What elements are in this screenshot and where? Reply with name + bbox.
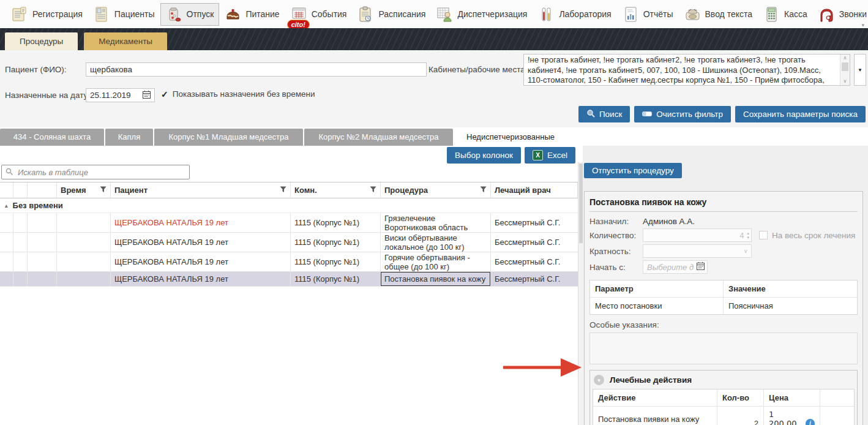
procedures-table-region: Выбор колонок X Excel Время Пациент Комн… — [0, 146, 578, 425]
dispense-icon — [166, 6, 182, 23]
toolbar-item-dispense[interactable]: Отпуск — [160, 3, 220, 26]
doctor-cell[interactable]: Бессмертный С.Г. — [491, 233, 578, 252]
row-select-cell[interactable] — [13, 252, 28, 272]
scroll-thumb[interactable] — [842, 62, 848, 71]
room-cell[interactable]: 1115 (Корпус №1) — [291, 252, 381, 272]
section-tab-undispatched[interactable]: Недиспетчеризованные — [454, 129, 567, 146]
table-search-input[interactable] — [17, 167, 185, 178]
row-icon-cell[interactable] — [28, 213, 57, 233]
column-header-doctor[interactable]: Лечащий врач — [491, 182, 578, 198]
toolbar-item-schedules[interactable]: Расписания — [352, 3, 431, 26]
table-vertical-scrollbar[interactable] — [578, 162, 583, 425]
toolbar-item-nutrition[interactable]: Питание — [219, 3, 285, 26]
toolbar-item-laboratory[interactable]: Лаборатория — [533, 3, 616, 26]
filter-funnel-icon[interactable] — [100, 186, 107, 195]
column-header-procedure[interactable]: Процедура — [381, 182, 491, 198]
section-tab-korpus2[interactable]: Корпус №2 Младшая медсестра — [304, 129, 453, 146]
patient-input[interactable] — [86, 62, 427, 77]
excel-export-button[interactable]: X Excel — [525, 147, 575, 164]
toolbar-item-dispatching[interactable]: Диспетчеризация — [431, 3, 533, 26]
patient-cell[interactable]: ЩЕРБАКОВА НАТАЛЬЯ 19 лет — [111, 252, 291, 272]
filter-funnel-icon[interactable] — [480, 186, 487, 195]
column-header-patient[interactable]: Пациент — [111, 182, 291, 198]
cabinets-dropdown-button[interactable]: ▼ — [854, 54, 866, 86]
row-icon-cell[interactable] — [28, 252, 57, 272]
patient-cell[interactable]: ЩЕРБАКОВА НАТАЛЬЯ 19 лет — [111, 213, 291, 233]
toolbar-item-reports[interactable]: Отчёты — [617, 3, 679, 26]
procedure-cell[interactable]: Виски обёртывание локальное (до 100 кг) — [381, 233, 491, 252]
cabinets-textarea[interactable]: !не трогать кабинет, !не трогать кабинет… — [523, 54, 850, 86]
time-cell[interactable] — [57, 272, 111, 287]
time-cell[interactable] — [57, 252, 111, 272]
row-select-cell[interactable] — [13, 233, 28, 252]
toolbar-overflow-caret[interactable]: ▾ — [861, 22, 864, 28]
scroll-up-icon[interactable]: ∧ — [840, 55, 850, 62]
patients-icon — [94, 6, 110, 23]
row-icon-cell[interactable] — [28, 233, 57, 252]
procedure-cell-focused[interactable]: Постановка пиявок на кожу — [381, 272, 491, 287]
calendar-icon[interactable] — [143, 91, 151, 100]
frequency-select[interactable]: ˅ — [643, 244, 752, 258]
section-tab-korpus1[interactable]: Корпус №1 Младшая медсестра — [154, 129, 303, 146]
section-tab-salt-mine[interactable]: 434 - Соляная шахта — [0, 129, 104, 146]
calls-icon — [818, 6, 835, 23]
excel-button-label: Excel — [547, 151, 567, 160]
info-icon[interactable]: i — [806, 419, 815, 425]
assigned-by-label: Назначил: — [589, 217, 643, 226]
filter-funnel-icon[interactable] — [370, 186, 376, 195]
toolbar-item-events[interactable]: События cito! — [285, 3, 353, 26]
row-select-cell[interactable] — [0, 213, 13, 233]
tab-medicaments[interactable]: Медикаменты — [84, 32, 167, 50]
row-icon-cell[interactable] — [28, 272, 57, 287]
doctor-cell[interactable]: Бессмертный С.Г. — [491, 252, 578, 272]
full-term-checkbox[interactable]: На весь срок лечения — [759, 231, 855, 240]
row-select-cell[interactable] — [0, 252, 13, 272]
stepper-arrows-icon[interactable]: ▴▾ — [747, 231, 749, 239]
patient-cell[interactable]: ЩЕРБАКОВА НАТАЛЬЯ 19 лет — [111, 233, 291, 252]
procedure-cell[interactable]: Грязелечение Воротниковая область — [381, 213, 491, 233]
room-cell[interactable]: 1115 (Корпус №1) — [291, 213, 381, 233]
scroll-down-icon[interactable]: ∨ — [840, 78, 850, 85]
collapse-triangle-icon[interactable]: ▴ — [5, 203, 8, 209]
save-search-params-button[interactable]: Сохранить параметры поиска — [735, 106, 866, 122]
clear-filter-button[interactable]: Очистить фильтр — [634, 106, 731, 122]
room-cell[interactable]: 1115 (Корпус №1) — [291, 233, 381, 252]
special-instructions-textarea[interactable] — [589, 333, 858, 364]
show-no-time-checkbox[interactable]: ✓ Показывать назначения без времени — [161, 89, 315, 99]
toolbar-item-registration[interactable]: Регистрация — [6, 3, 88, 26]
toolbar-item-calls[interactable]: Звонки — [813, 3, 868, 26]
quantity-stepper[interactable]: 4 ▴▾ — [643, 228, 752, 242]
row-select-cell[interactable] — [13, 213, 28, 233]
tab-procedures[interactable]: Процедуры — [5, 32, 78, 50]
patient-cell[interactable]: ЩЕРБАКОВА НАТАЛЬЯ 19 лет — [111, 272, 291, 287]
choose-columns-button[interactable]: Выбор колонок — [447, 147, 521, 164]
row-select-cell[interactable] — [13, 272, 28, 287]
doctor-cell[interactable]: Бессмертный С.Г. — [491, 213, 578, 233]
search-button[interactable]: Поиск — [578, 106, 630, 122]
parameters-table: Параметр Значение Место постановки Поясн… — [589, 280, 858, 315]
toolbar-item-cashdesk[interactable]: Касса — [758, 3, 813, 26]
doctor-cell[interactable]: Бессмертный С.Г. — [491, 272, 578, 287]
column-header-time[interactable]: Время — [57, 182, 111, 198]
row-select-cell[interactable] — [0, 272, 13, 287]
procedure-cell[interactable]: Горячие обертывания - общее (до 100 кг) — [381, 252, 491, 272]
time-cell[interactable] — [57, 233, 111, 252]
toolbar-item-text-entry[interactable]: Ввод текста — [679, 3, 758, 26]
calendar-icon[interactable] — [697, 262, 705, 272]
section-tab-kaplya[interactable]: Капля — [105, 129, 153, 146]
toolbar-item-patients[interactable]: Пациенты — [88, 3, 160, 26]
collapse-circle-icon[interactable]: ▾ — [594, 375, 604, 385]
start-date-input[interactable]: Выберите д — [643, 260, 708, 274]
start-date-label: Начать с: — [589, 263, 643, 272]
group-row-no-time[interactable]: ▴ Без времени — [0, 198, 578, 213]
time-cell[interactable] — [57, 213, 111, 233]
column-header-room[interactable]: Комн. — [291, 182, 381, 198]
date-input[interactable]: 25.11.2019 — [86, 88, 155, 102]
checkbox-box — [759, 231, 768, 239]
filter-funnel-icon[interactable] — [280, 186, 286, 195]
row-select-cell[interactable] — [0, 233, 13, 252]
release-procedure-button[interactable]: Отпустить процедуру — [584, 163, 682, 178]
table-search-box[interactable] — [1, 165, 190, 179]
cabinets-scrollbar[interactable]: ∧ ∨ — [840, 55, 850, 85]
room-cell[interactable]: 1115 (Корпус №1) — [291, 272, 381, 287]
